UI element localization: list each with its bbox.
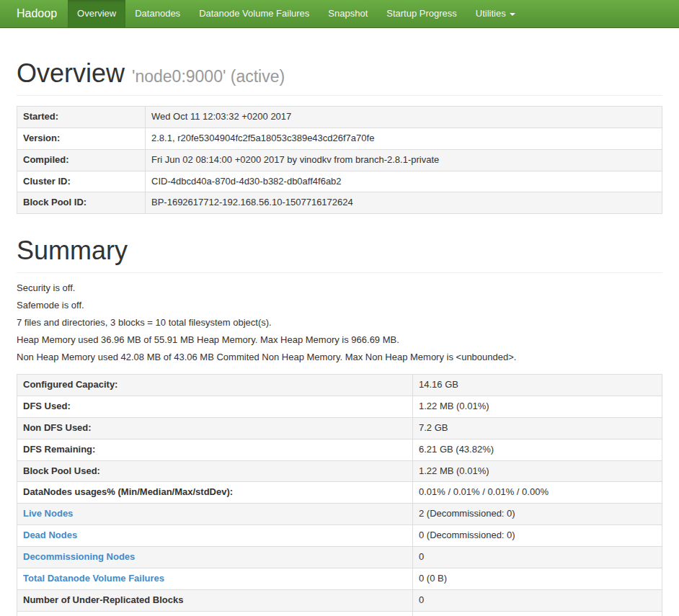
- table-row: Non DFS Used: 7.2 GB: [17, 417, 662, 439]
- summary-table-wrap: Configured Capacity: 14.16 GB DFS Used: …: [17, 374, 662, 616]
- table-row: Configured Capacity: 14.16 GB: [17, 375, 662, 396]
- row-value: 0: [413, 589, 662, 611]
- page-subtitle: 'node0:9000' (active): [132, 67, 285, 86]
- table-row: Block Pool ID: BP-1692617712-192.168.56.…: [17, 192, 662, 214]
- row-value: BP-1692617712-192.168.56.10-150771617262…: [146, 192, 662, 214]
- row-label: Version:: [17, 128, 146, 149]
- row-label: Block Pool Used:: [17, 460, 413, 482]
- table-row: Number of Blocks Pending Deletion 0: [17, 611, 662, 616]
- row-value: 2.8.1, r20fe5304904fc2f5a18053c389e43cd2…: [146, 128, 662, 149]
- table-row: DFS Used: 1.22 MB (0.01%): [17, 396, 662, 418]
- row-label: DataNodes usages% (Min/Median/Max/stdDev…: [17, 482, 413, 504]
- nav-item-snapshot[interactable]: Snapshot: [319, 0, 377, 27]
- row-value: Fri Jun 02 08:14:00 +0200 2017 by vinodk…: [146, 149, 662, 171]
- row-value: 0 (0 B): [413, 568, 662, 589]
- top-navbar: Hadoop Overview Datanodes Datanode Volum…: [0, 0, 679, 28]
- main-content: Overview 'node0:9000' (active) Started: …: [0, 58, 679, 616]
- summary-table: Configured Capacity: 14.16 GB DFS Used: …: [17, 374, 662, 616]
- nav-item-startup-progress[interactable]: Startup Progress: [377, 0, 466, 27]
- table-row: Cluster ID: CID-4dbcd40a-870d-4d30-b382-…: [17, 171, 662, 192]
- table-row: DataNodes usages% (Min/Median/Max/stdDev…: [17, 482, 662, 504]
- summary-title: Summary: [17, 236, 128, 265]
- row-value: 2 (Decommissioned: 0): [413, 504, 662, 525]
- row-label: Non DFS Used:: [17, 417, 413, 439]
- summary-paragraph: Safemode is off.: [17, 299, 662, 312]
- row-value: 0: [413, 546, 662, 568]
- row-value: 1.22 MB (0.01%): [413, 396, 662, 418]
- decommissioning-nodes-link[interactable]: Decommissioning Nodes: [23, 551, 135, 562]
- row-label: DFS Remaining:: [17, 439, 413, 460]
- row-value: 0 (Decommissioned: 0): [413, 525, 662, 547]
- summary-text: Security is off. Safemode is off. 7 file…: [17, 282, 662, 364]
- page-title: Overview: [17, 58, 125, 88]
- overview-header: Overview 'node0:9000' (active): [17, 58, 662, 96]
- row-label: Compiled:: [17, 149, 146, 171]
- table-row: Started: Wed Oct 11 12:03:32 +0200 2017: [17, 107, 662, 128]
- row-label: Number of Blocks Pending Deletion: [17, 611, 413, 616]
- summary-paragraph: Security is off.: [17, 282, 662, 295]
- row-label: DFS Used:: [17, 396, 413, 418]
- row-value: Wed Oct 11 12:03:32 +0200 2017: [146, 107, 662, 128]
- row-value: CID-4dbcd40a-870d-4d30-b382-db0aff4f6ab2: [146, 171, 662, 192]
- nav-item-utilities-label: Utilities: [476, 8, 506, 19]
- caret-down-icon: [510, 13, 515, 16]
- row-label: Started:: [17, 107, 146, 128]
- row-value: 0.01% / 0.01% / 0.01% / 0.00%: [413, 482, 662, 504]
- row-value: 1.22 MB (0.01%): [413, 460, 662, 482]
- table-row: Number of Under-Replicated Blocks 0: [17, 589, 662, 611]
- table-row: Total Datanode Volume Failures 0 (0 B): [17, 568, 662, 589]
- cluster-info-table: Started: Wed Oct 11 12:03:32 +0200 2017 …: [17, 106, 662, 214]
- table-row: Dead Nodes 0 (Decommissioned: 0): [17, 525, 662, 547]
- dead-nodes-link[interactable]: Dead Nodes: [23, 530, 77, 540]
- summary-header: Summary: [17, 236, 662, 273]
- row-label: Configured Capacity:: [17, 375, 413, 396]
- nav-item-datanode-volume-failures[interactable]: Datanode Volume Failures: [190, 0, 319, 27]
- table-row: Version: 2.8.1, r20fe5304904fc2f5a18053c…: [17, 128, 662, 149]
- table-row: Block Pool Used: 1.22 MB (0.01%): [17, 460, 662, 482]
- row-label: Cluster ID:: [17, 171, 146, 192]
- summary-paragraph: 7 files and directories, 3 blocks = 10 t…: [17, 316, 662, 329]
- table-row: Live Nodes 2 (Decommissioned: 0): [17, 504, 662, 525]
- nav-item-datanodes[interactable]: Datanodes: [125, 0, 190, 27]
- row-value: 7.2 GB: [413, 417, 662, 439]
- total-datanode-volume-failures-link[interactable]: Total Datanode Volume Failures: [23, 573, 164, 584]
- row-value: 0: [413, 611, 662, 616]
- row-label: Number of Under-Replicated Blocks: [17, 589, 413, 611]
- row-value: 14.16 GB: [413, 375, 662, 396]
- row-label: Block Pool ID:: [17, 192, 146, 214]
- row-value: 6.21 GB (43.82%): [413, 439, 662, 460]
- nav-item-utilities[interactable]: Utilities: [466, 0, 525, 27]
- summary-paragraph: Heap Memory used 36.96 MB of 55.91 MB He…: [17, 334, 662, 347]
- navbar-brand[interactable]: Hadoop: [6, 0, 68, 27]
- table-row: Decommissioning Nodes 0: [17, 546, 662, 568]
- live-nodes-link[interactable]: Live Nodes: [23, 508, 73, 519]
- table-row: Compiled: Fri Jun 02 08:14:00 +0200 2017…: [17, 149, 662, 171]
- table-row: DFS Remaining: 6.21 GB (43.82%): [17, 439, 662, 460]
- summary-paragraph: Non Heap Memory used 42.08 MB of 43.06 M…: [17, 351, 662, 364]
- nav-item-overview[interactable]: Overview: [68, 0, 125, 27]
